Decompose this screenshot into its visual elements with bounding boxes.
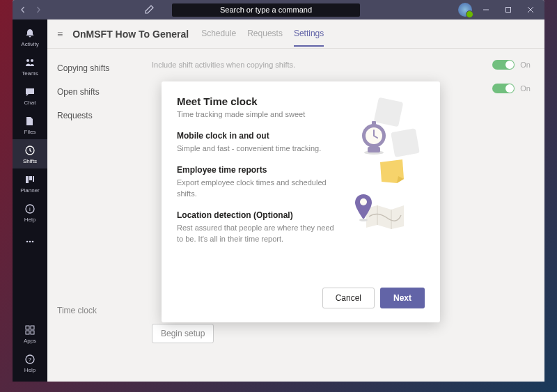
setting-open-shifts[interactable]: Open shifts [57,82,152,102]
settings-list: Copying shifts Open shifts Requests [47,49,152,382]
svg-rect-5 [26,176,29,183]
svg-point-10 [26,241,29,243]
compose-icon[interactable] [144,3,157,16]
svg-text:?: ? [29,356,32,363]
section-text-3: Rest assured that people are where they … [177,223,340,244]
hamburger-icon[interactable]: ≡ [57,29,63,40]
search-placeholder: Search or type a command [220,6,312,14]
rail-item-more[interactable] [13,227,47,256]
avatar[interactable] [458,3,472,17]
modal-title: Meet Time clock [177,95,340,107]
ellipsis-icon [24,235,36,248]
planner-icon [24,173,36,186]
svg-point-11 [29,241,31,243]
svg-point-25 [359,219,368,221]
section-text-2: Export employee clock times and schedule… [177,178,340,199]
rail-item-teams[interactable]: Teams [13,52,47,81]
files-icon [24,115,36,127]
rail-item-planner[interactable]: Planner [13,168,47,198]
svg-rect-20 [368,147,380,152]
svg-point-24 [360,198,367,205]
setting-time-clock[interactable]: Time clock [57,306,97,315]
tab-requests[interactable]: Requests [247,22,283,46]
tab-settings[interactable]: Settings [294,22,324,47]
section-text-1: Simple and fast - convenient time tracki… [177,143,340,154]
app-rail: Activity Teams Chat Files Shifts Planner [13,19,47,382]
info-icon: i [24,203,36,215]
sticky-note-icon [377,158,405,186]
help-icon: ? [24,353,36,366]
toggle-copying[interactable] [492,60,515,70]
time-clock-modal: Meet Time clock Time tracking made simpl… [162,81,440,322]
svg-point-2 [26,59,29,62]
location-pin-icon [354,193,373,222]
forward-button[interactable] [31,2,46,17]
section-title-3: Location detection (Optional) [177,210,340,220]
teams-icon [24,56,36,69]
copying-desc: Include shift activities when copying sh… [152,61,487,69]
svg-point-3 [31,59,33,62]
svg-rect-23 [372,121,376,125]
title-bar: Search or type a command [13,0,544,19]
minimize-button[interactable] [478,2,494,17]
clock-icon [359,119,389,155]
svg-rect-13 [26,326,29,329]
svg-point-12 [32,241,34,243]
cancel-button[interactable]: Cancel [322,288,375,308]
setting-requests[interactable]: Requests [57,106,152,125]
toggle-label: On [520,61,531,69]
chat-icon [24,86,36,98]
section-title-1: Mobile clock in and out [177,131,340,141]
shifts-icon [24,144,36,157]
svg-rect-7 [33,176,34,182]
rail-item-help[interactable]: i Help [13,198,47,227]
maximize-button[interactable] [500,2,517,17]
rail-item-shifts[interactable]: Shifts [13,139,47,168]
content-header: ≡ OnMSFT How To General Schedule Request… [47,19,544,49]
section-title-2: Employee time reports [177,165,340,175]
apps-icon [24,324,36,336]
toggle-open-shifts[interactable] [492,84,515,93]
svg-rect-15 [26,331,29,334]
tab-schedule[interactable]: Schedule [201,22,236,46]
toggle-label-2: On [520,84,531,93]
svg-rect-14 [31,326,34,329]
back-button[interactable] [15,2,31,17]
begin-setup-button[interactable]: Begin setup [152,324,214,343]
close-button[interactable] [522,2,539,17]
modal-subtitle: Time tracking made simple and sweet [177,110,340,118]
rail-item-chat[interactable]: Chat [13,81,47,110]
search-input[interactable]: Search or type a command [172,3,360,17]
rail-item-files[interactable]: Files [13,110,47,139]
svg-rect-1 [506,8,511,13]
bell-icon [24,27,36,40]
rail-item-apps[interactable]: Apps [13,319,47,348]
rail-item-help-bottom[interactable]: ? Help [13,348,47,377]
svg-rect-6 [29,176,32,180]
rail-item-activity[interactable]: Activity [13,22,47,52]
setting-copying-shifts[interactable]: Copying shifts [57,58,152,78]
svg-rect-16 [31,331,34,334]
modal-illustration [348,95,425,288]
channel-title: OnMSFT How To General [72,29,189,40]
next-button[interactable]: Next [380,288,425,308]
svg-text:i: i [29,206,31,212]
